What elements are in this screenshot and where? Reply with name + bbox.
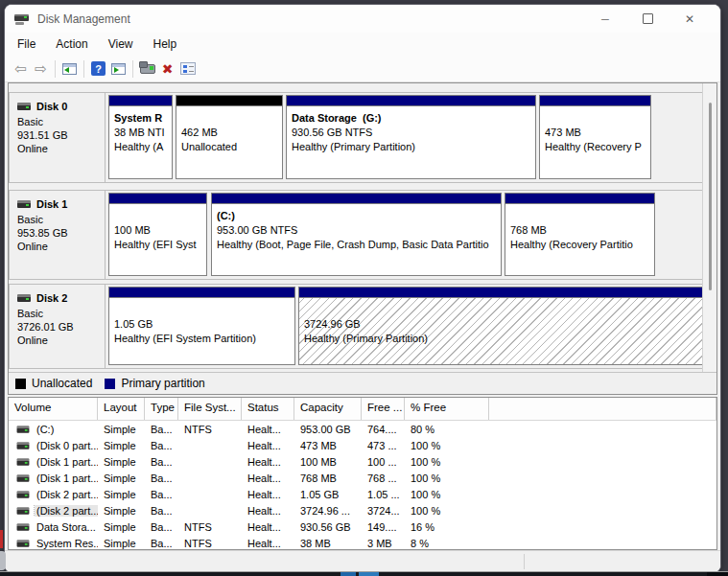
cell-type: Ba... (145, 538, 178, 549)
toolbar-separator (55, 60, 56, 78)
rescan-disks-icon[interactable] (137, 58, 157, 80)
cell-status: Healt... (242, 489, 294, 500)
cell-pct-free: 16 % (405, 521, 489, 533)
partition-size: 462 MB (181, 126, 282, 140)
status-bar-separator (524, 554, 525, 569)
cell-status: Healt... (242, 424, 294, 435)
partition-size: 473 MB (545, 126, 650, 140)
toolbar-separator (132, 60, 133, 78)
forward-icon[interactable]: ⇨ (31, 58, 51, 80)
menu-action[interactable]: Action (56, 37, 87, 51)
partition-recovery-473mb[interactable]: 473 MBHealthy (Recovery P (539, 95, 651, 179)
partition-name (545, 111, 650, 126)
disk-0-row: Disk 0 Basic 931.51 GB Online System R38… (9, 92, 703, 183)
action-pane-icon[interactable] (108, 58, 129, 80)
cell-free-space: 764.... (362, 424, 405, 435)
disk-1-label[interactable]: Disk 1 Basic 953.85 GB Online (10, 191, 106, 279)
partition-unallocated[interactable]: 462 MBUnallocated (176, 95, 283, 179)
partition-primary-3724gb-selected[interactable]: 3724.96 GBHealthy (Primary Partition) (298, 287, 707, 365)
scrollbar-thumb[interactable] (709, 103, 712, 290)
taskbar-icon[interactable] (341, 572, 356, 576)
table-row[interactable]: (Disk 1 part...SimpleBa...Healt...768 MB… (9, 470, 716, 486)
cell-capacity: 930.56 GB (294, 521, 362, 533)
menu-view[interactable]: View (108, 37, 133, 51)
cell-layout: Simple (98, 521, 145, 533)
col-layout[interactable]: Layout (98, 398, 145, 420)
partition-system-reserved[interactable]: System R38 MB NTIHealthy (A (108, 95, 173, 179)
cell-capacity: 38 MB (294, 538, 362, 549)
table-row[interactable]: Data Stora...SimpleBa...NTFSHealt...930.… (9, 518, 716, 535)
cell-status: Healt... (242, 472, 294, 484)
col-pct-free[interactable]: % Free (405, 398, 489, 420)
background-gray-artifact (0, 551, 6, 570)
partition-efi-1gb[interactable]: 1.05 GBHealthy (EFI System Partition) (108, 287, 295, 365)
cell-volume: (Disk 1 part... (9, 472, 98, 484)
table-header: VolumeLayoutTypeFile Syst...StatusCapaci… (9, 398, 716, 421)
col-free-space[interactable]: Free ... (362, 398, 405, 420)
disk-management-window: Disk Management ─ ✕ File Action View Hel… (4, 4, 721, 573)
col-volume[interactable]: Volume (9, 398, 98, 420)
table-row[interactable]: (C:)SimpleBa...NTFSHealt...953.00 GB764.… (9, 421, 716, 437)
partition-c-drive[interactable]: (C:)953.00 GB NTFSHealthy (Boot, Page Fi… (211, 193, 502, 276)
partition-color-bar (109, 288, 294, 298)
partition-efi-100mb[interactable]: 100 MBHealthy (EFI Syst (108, 193, 207, 276)
disk-1-row: Disk 1 Basic 953.85 GB Online 100 MBHeal… (9, 190, 703, 280)
delete-icon[interactable]: ✖ (157, 58, 177, 80)
table-row[interactable]: (Disk 1 part...SimpleBa...Healt...100 MB… (9, 453, 716, 470)
disk-2-row: Disk 2 Basic 3726.01 GB Online 1.05 GBHe… (9, 284, 703, 369)
cell-volume: System Res... (9, 538, 98, 549)
col-type[interactable]: Type (145, 398, 178, 420)
table-row[interactable]: System Res...SimpleBa...NTFSHealt...38 M… (9, 535, 716, 550)
cell-status: Healt... (242, 505, 294, 517)
partition-name: (C:) (217, 209, 501, 223)
partition-data-storage-g[interactable]: Data Storage (G:)930.56 GB NTFSHealthy (… (286, 95, 536, 179)
cell-capacity: 473 MB (294, 440, 362, 451)
cell-type: Ba... (145, 424, 178, 435)
table-row[interactable]: (Disk 2 part...SimpleBa...Healt...3724.9… (9, 502, 716, 518)
back-icon[interactable]: ⇦ (11, 58, 31, 80)
cell-pct-free: 100 % (405, 440, 489, 451)
partition-color-bar (299, 288, 706, 298)
partition-name: System R (114, 111, 172, 126)
col-status[interactable]: Status (242, 398, 294, 420)
col-file-system[interactable]: File Syst... (178, 398, 242, 420)
cell-capacity: 3724.96 ... (294, 505, 362, 517)
menu-file[interactable]: File (17, 37, 35, 51)
disk-status: Online (17, 142, 105, 155)
legend-primary-label: Primary partition (121, 377, 204, 390)
menu-help[interactable]: Help (153, 37, 177, 51)
cell-type: Ba... (145, 472, 178, 484)
minimize-icon[interactable]: ─ (584, 5, 626, 33)
title-bar[interactable]: Disk Management ─ ✕ (5, 5, 720, 33)
volume-disk-icon (17, 507, 30, 514)
disk-type: Basic (17, 115, 105, 128)
cell-capacity: 953.00 GB (294, 424, 362, 435)
table-row[interactable]: (Disk 0 part...SimpleBa...Healt...473 MB… (9, 437, 716, 453)
cell-volume: (Disk 1 part... (9, 456, 98, 468)
partition-recovery-768mb[interactable]: 768 MBHealthy (Recovery Partitio (505, 193, 655, 276)
cell-layout: Simple (98, 489, 145, 500)
legend-bar: Unallocated Primary partition (9, 372, 716, 394)
vertical-scrollbar[interactable] (702, 83, 716, 373)
cell-pct-free: 8 % (405, 538, 489, 549)
properties-icon[interactable] (177, 58, 198, 80)
help-icon[interactable]: ? (88, 58, 108, 80)
disk-size: 953.85 GB (17, 226, 105, 240)
close-icon[interactable]: ✕ (669, 5, 711, 33)
col-capacity[interactable]: Capacity (294, 398, 362, 420)
volume-disk-icon (17, 474, 30, 481)
taskbar-icon[interactable] (359, 572, 379, 576)
disk-2-label[interactable]: Disk 2 Basic 3726.01 GB Online (10, 285, 106, 368)
partition-size: 768 MB (510, 223, 654, 238)
disk-status: Online (17, 240, 105, 253)
console-tree-icon[interactable] (59, 58, 80, 80)
cell-volume: (C:) (9, 424, 98, 435)
disk-0-label[interactable]: Disk 0 Basic 931.51 GB Online (10, 93, 106, 182)
table-row[interactable]: (Disk 2 part...SimpleBa...Healt...1.05 G… (9, 486, 716, 502)
maximize-icon[interactable] (626, 5, 669, 33)
partition-color-bar (540, 96, 650, 106)
partition-size: 3724.96 GB (304, 317, 706, 332)
menu-bar: File Action View Help (5, 33, 720, 56)
primary-partition-swatch (105, 379, 115, 389)
unallocated-swatch (15, 379, 26, 389)
